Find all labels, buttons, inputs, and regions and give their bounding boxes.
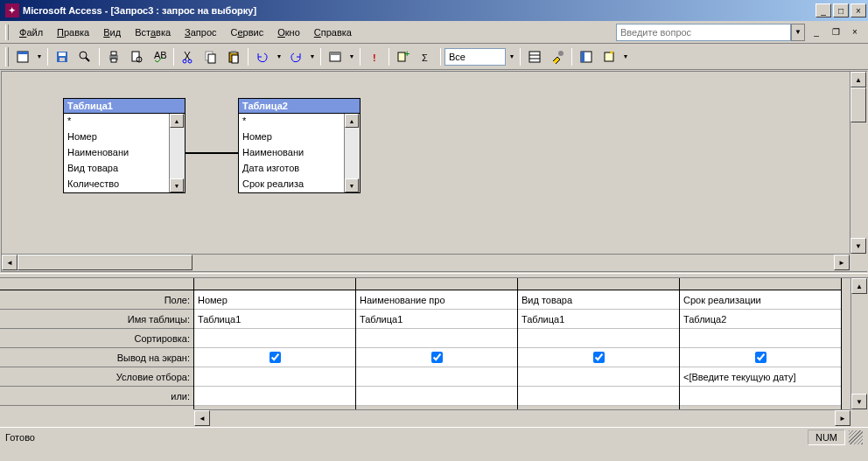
query-type-dropdown-icon[interactable]: ▼ [347, 46, 356, 67]
table-title[interactable]: Таблица2 [239, 99, 360, 114]
print-preview-button[interactable] [126, 46, 147, 67]
design-vscroll[interactable]: ▲ ▼ [850, 72, 867, 254]
menu-window[interactable]: Окно [270, 25, 307, 39]
search-button[interactable] [74, 46, 95, 67]
table-title[interactable]: Таблица1 [64, 99, 185, 114]
scroll-right-icon[interactable]: ► [835, 410, 850, 426]
grid-column[interactable]: Срок реализации Таблица2 <[Введите текущ… [680, 278, 842, 409]
run-button[interactable]: ! [364, 46, 385, 67]
grid-column[interactable]: Номер Таблица1 [194, 278, 356, 409]
build-button[interactable] [547, 46, 568, 67]
undo-button[interactable] [252, 46, 273, 67]
copy-button[interactable] [200, 46, 221, 67]
field-cell[interactable]: Вид товара [518, 290, 679, 310]
grid-vscroll[interactable]: ▲ ▼ [850, 278, 868, 409]
field-row[interactable]: Номер [239, 129, 344, 145]
close-button[interactable]: × [850, 3, 866, 17]
column-selector[interactable] [680, 278, 841, 290]
or-cell[interactable] [356, 387, 517, 406]
menu-file[interactable]: Файл [12, 25, 50, 39]
show-checkbox[interactable] [431, 352, 443, 363]
sort-cell[interactable] [680, 329, 841, 348]
sort-cell[interactable] [518, 329, 679, 348]
mdi-restore-button[interactable]: ❐ [828, 25, 844, 39]
field-row[interactable]: * [64, 114, 169, 129]
field-row[interactable]: * [239, 114, 344, 129]
show-cell[interactable] [518, 348, 679, 367]
column-selector[interactable] [518, 278, 679, 290]
totals-button[interactable]: Σ [416, 46, 437, 67]
help-dropdown-icon[interactable]: ▼ [791, 24, 805, 41]
table-box-2[interactable]: Таблица2 * Номер Наименовани Дата изгото… [238, 98, 360, 193]
table-scrollbar[interactable]: ▲ ▼ [169, 114, 185, 192]
mdi-close-button[interactable]: × [847, 25, 863, 39]
menu-edit[interactable]: Правка [50, 25, 96, 39]
table-cell[interactable]: Таблица1 [518, 310, 679, 329]
save-button[interactable] [52, 46, 73, 67]
table-cell[interactable]: Таблица1 [356, 310, 517, 329]
new-object-button[interactable] [598, 46, 620, 67]
scroll-down-icon[interactable]: ▼ [345, 178, 359, 192]
field-row[interactable]: Количество [64, 177, 169, 192]
column-selector[interactable] [194, 278, 355, 290]
show-table-button[interactable]: + [393, 46, 414, 67]
field-cell[interactable]: Наименование про [356, 290, 517, 310]
field-cell[interactable]: Номер [194, 290, 355, 310]
show-checkbox[interactable] [593, 352, 605, 363]
query-type-button[interactable] [325, 46, 346, 67]
scroll-right-icon[interactable]: ► [834, 255, 850, 270]
menu-view[interactable]: Вид [96, 25, 128, 39]
top-values-combo[interactable] [444, 48, 506, 66]
show-checkbox[interactable] [755, 352, 766, 363]
or-cell[interactable] [194, 387, 355, 406]
field-cell[interactable]: Срок реализации [680, 290, 841, 310]
table-box-1[interactable]: Таблица1 * Номер Наименовани Вид товара … [63, 98, 186, 193]
database-window-button[interactable] [576, 46, 597, 67]
field-row[interactable]: Номер [64, 129, 169, 145]
scroll-up-icon[interactable]: ▲ [850, 72, 866, 87]
show-cell[interactable] [194, 348, 355, 367]
mdi-minimize-button[interactable]: _ [808, 25, 824, 39]
minimize-button[interactable]: _ [816, 3, 831, 17]
sort-cell[interactable] [356, 329, 517, 348]
show-cell[interactable] [680, 348, 841, 367]
scroll-down-icon[interactable]: ▼ [850, 238, 866, 254]
criteria-cell[interactable] [194, 367, 355, 387]
scroll-down-icon[interactable]: ▼ [851, 394, 867, 409]
menu-tools[interactable]: Сервис [224, 25, 271, 39]
undo-dropdown-icon[interactable]: ▼ [275, 46, 284, 67]
menu-insert[interactable]: Вставка [128, 25, 178, 39]
redo-dropdown-icon[interactable]: ▼ [308, 46, 317, 67]
scroll-down-icon[interactable]: ▼ [170, 178, 184, 192]
design-hscroll[interactable]: ◄ ► [2, 254, 850, 271]
view-dropdown-icon[interactable]: ▼ [35, 46, 44, 67]
or-cell[interactable] [518, 387, 679, 406]
redo-button[interactable] [285, 46, 306, 67]
toolbar-grip[interactable] [5, 47, 9, 66]
field-row[interactable]: Срок реализа [239, 177, 344, 192]
cut-button[interactable] [178, 46, 199, 67]
table-scrollbar[interactable]: ▲ ▼ [344, 114, 360, 192]
field-row[interactable]: Вид товара [64, 161, 169, 177]
scroll-up-icon[interactable]: ▲ [170, 114, 184, 128]
menu-query[interactable]: Запрос [178, 25, 223, 39]
spelling-button[interactable]: ABC [149, 46, 170, 67]
view-button[interactable] [12, 46, 33, 67]
maximize-button[interactable]: □ [833, 3, 849, 17]
grid-column[interactable]: Наименование про Таблица1 [356, 278, 518, 409]
help-search-input[interactable] [616, 24, 791, 41]
resize-grip-icon[interactable] [849, 430, 863, 444]
sort-cell[interactable] [194, 329, 355, 348]
relationship-line[interactable] [186, 152, 238, 154]
criteria-cell[interactable]: <[Введите текущую дату] [680, 367, 841, 387]
scroll-up-icon[interactable]: ▲ [345, 114, 359, 128]
field-row[interactable]: Дата изготов [239, 161, 344, 177]
scroll-left-icon[interactable]: ◄ [194, 410, 210, 426]
show-cell[interactable] [356, 348, 517, 367]
or-cell[interactable] [680, 387, 841, 406]
print-button[interactable] [103, 46, 124, 67]
column-selector[interactable] [356, 278, 517, 290]
menubar-grip[interactable] [5, 24, 9, 40]
paste-button[interactable] [223, 46, 244, 67]
properties-button[interactable] [524, 46, 545, 67]
